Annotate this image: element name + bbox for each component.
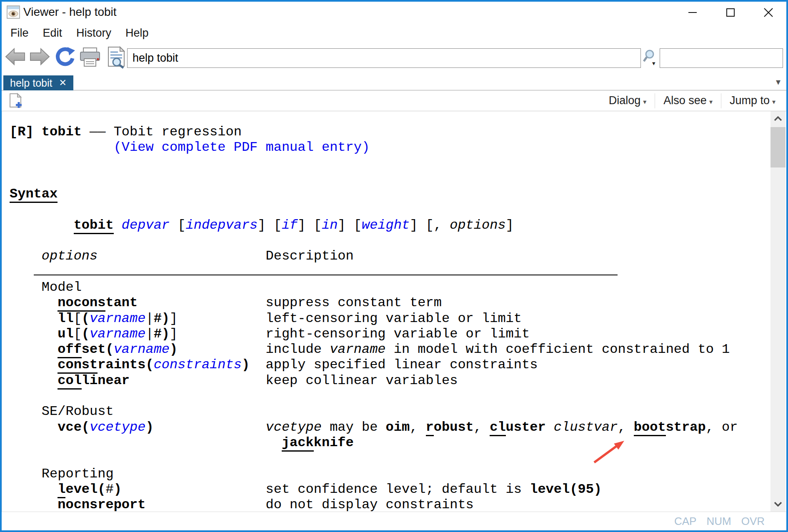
chevron-up-icon xyxy=(774,116,782,121)
tab-bar: help tobit ✕ ▾ xyxy=(2,75,786,90)
help-link[interactable]: if xyxy=(282,217,298,233)
window-title: Viewer - help tobit xyxy=(23,5,117,19)
help-text-segment: ) xyxy=(162,326,170,342)
menu-help[interactable]: Help xyxy=(118,24,156,42)
help-text-segment: ) xyxy=(114,482,122,497)
help-text-segment: ] xyxy=(170,311,178,326)
help-link[interactable]: indepvars xyxy=(185,217,258,233)
help-line: offset(varname) include varname in model… xyxy=(10,342,760,357)
search-input[interactable] xyxy=(660,48,783,68)
menu-history[interactable]: History xyxy=(69,24,118,42)
help-text-segment: # xyxy=(105,482,113,497)
forward-arrow-icon xyxy=(29,47,50,66)
help-text-segment: linear xyxy=(82,373,130,388)
new-viewer-button[interactable] xyxy=(8,93,23,109)
tab-list-dropdown-icon[interactable]: ▾ xyxy=(776,77,780,87)
help-text-segment: obust xyxy=(434,420,474,435)
help-link[interactable]: in xyxy=(322,217,338,233)
help-text-segment: ] xyxy=(170,326,178,342)
back-button[interactable] xyxy=(5,47,26,68)
help-link[interactable]: varname xyxy=(90,311,145,326)
scroll-up-button[interactable] xyxy=(770,111,785,126)
help-text-segment: , xyxy=(618,420,633,435)
jump-to-dropdown-caret: ▾ xyxy=(772,98,775,106)
maximize-icon xyxy=(726,8,735,17)
help-text-segment: ( xyxy=(105,342,113,357)
help-text-segment: , xyxy=(474,420,490,435)
help-text-segment: ll xyxy=(58,311,73,326)
menu-edit[interactable]: Edit xyxy=(36,24,70,42)
help-text-segment: l xyxy=(58,482,65,498)
help-line xyxy=(10,388,760,404)
forward-button[interactable] xyxy=(29,47,50,68)
search-menu-button[interactable]: ▾ xyxy=(643,50,659,68)
help-text-segment: set xyxy=(82,342,106,357)
help-text-segment xyxy=(145,497,265,512)
help-link[interactable]: depvar xyxy=(122,217,170,233)
dialog-button[interactable]: Dialog ▾ xyxy=(600,92,655,110)
tab-label: help tobit xyxy=(10,77,52,89)
new-document-icon xyxy=(8,93,23,109)
also-see-button[interactable]: Also see ▾ xyxy=(655,92,721,110)
help-text-segment: [ xyxy=(74,311,82,326)
help-text-segment: , or xyxy=(706,420,738,435)
preview-button[interactable] xyxy=(107,46,126,70)
help-text-segment xyxy=(138,295,265,310)
help-text-segment: cl xyxy=(490,420,505,436)
help-link[interactable]: varname xyxy=(90,326,145,342)
help-line: ul[(varname|#)] right-censoring variable… xyxy=(10,326,760,342)
help-text-segment xyxy=(154,420,266,435)
refresh-button[interactable] xyxy=(55,46,75,70)
help-text-segment: , xyxy=(410,420,425,435)
help-text-segment: right-censoring variable or limit xyxy=(266,326,530,342)
help-text-segment: Reporting xyxy=(10,466,114,482)
help-link[interactable]: weight xyxy=(362,217,410,233)
help-text-segment: col xyxy=(58,373,82,390)
help-text-segment: vce xyxy=(58,420,82,435)
minimize-button[interactable] xyxy=(674,2,711,23)
help-text-segment xyxy=(10,326,58,342)
help-line xyxy=(10,450,760,466)
help-text-segment xyxy=(250,357,265,372)
search-dropdown-caret[interactable]: ▾ xyxy=(652,60,655,67)
help-text-segment: keep collinear variables xyxy=(266,373,458,388)
help-link[interactable]: vcetype xyxy=(90,420,145,435)
refresh-icon xyxy=(55,46,75,68)
menu-file[interactable]: File xyxy=(3,24,36,42)
help-text-segment: # xyxy=(154,326,162,342)
scroll-down-button[interactable] xyxy=(770,497,785,512)
help-text-segment: vcetype xyxy=(266,420,322,435)
address-input[interactable] xyxy=(127,48,641,68)
help-text-segment xyxy=(10,435,282,450)
help-line: vce(vcetype) vcetype may be oim, robust,… xyxy=(10,420,760,435)
help-text-segment: jack xyxy=(282,435,314,452)
help-line: options Description xyxy=(10,248,760,264)
num-lock-indicator: NUM xyxy=(706,515,731,528)
help-text-segment: ] [ xyxy=(258,217,282,233)
help-text-segment: tobit xyxy=(42,124,82,140)
help-content-area: [R] tobit —— Tobit regression (View comp… xyxy=(2,111,786,512)
help-link[interactable]: constraints xyxy=(154,357,242,372)
jump-to-button[interactable]: Jump to ▾ xyxy=(721,92,784,110)
back-arrow-icon xyxy=(5,47,26,66)
help-text-segment: ( xyxy=(82,326,90,342)
tab-close-icon[interactable]: ✕ xyxy=(59,77,66,88)
help-text-segment: ) xyxy=(242,357,250,372)
help-link[interactable]: varname xyxy=(114,342,170,357)
help-text-segment: ( xyxy=(145,357,153,372)
close-button[interactable] xyxy=(750,2,787,23)
help-text-segment: options xyxy=(450,217,505,233)
maximize-button[interactable] xyxy=(712,2,749,23)
help-link[interactable]: (View complete PDF manual entry) xyxy=(114,140,370,155)
help-text-segment: ( xyxy=(82,420,90,435)
help-text-segment xyxy=(178,342,265,357)
print-button[interactable] xyxy=(79,47,101,70)
help-text-segment: r xyxy=(426,420,434,436)
help-text-segment: do not display constraints xyxy=(266,497,474,512)
scrollbar-thumb[interactable] xyxy=(770,127,785,167)
vertical-scrollbar[interactable] xyxy=(770,111,785,512)
help-text-segment xyxy=(122,482,266,497)
tab-help-tobit[interactable]: help tobit ✕ xyxy=(3,75,73,90)
help-text-segment xyxy=(178,326,265,342)
help-text-segment: [R] xyxy=(10,124,34,140)
